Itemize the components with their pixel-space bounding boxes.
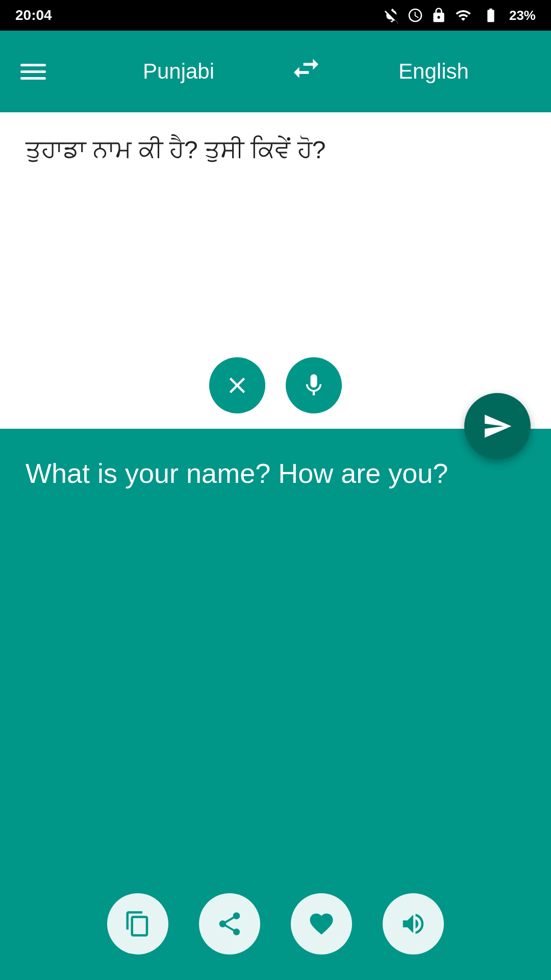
status-time: 20:04: [15, 7, 52, 23]
status-bar: 20:04 23%: [0, 0, 551, 31]
signal-icon: [454, 7, 472, 23]
input-section: ਤੁਹਾਡਾ ਨਾਮ ਕੀ ਹੈ? ਤੁਸੀ ਕਿਵੇਂ ਹੋ?: [0, 112, 551, 429]
swap-languages-button[interactable]: [276, 52, 337, 91]
battery-percent: 23%: [509, 8, 536, 23]
share-button[interactable]: [199, 893, 260, 954]
battery-icon: [480, 7, 502, 23]
copy-button[interactable]: [107, 893, 168, 954]
clear-button[interactable]: [209, 357, 265, 413]
alarm-icon: [407, 7, 423, 23]
toolbar: Punjabi English: [0, 31, 551, 112]
status-icons: 23%: [384, 7, 536, 23]
microphone-button[interactable]: [286, 357, 342, 413]
input-actions: [0, 357, 551, 413]
lock-icon: [431, 7, 447, 23]
output-text: What is your name? How are you?: [26, 454, 525, 493]
input-text[interactable]: ਤੁਹਾਡਾ ਨਾਮ ਕੀ ਹੈ? ਤੁਸੀ ਕਿਵੇਂ ਹੋ?: [26, 133, 525, 167]
translate-button[interactable]: [464, 393, 531, 459]
output-section: What is your name? How are you?: [0, 429, 551, 980]
favorite-button[interactable]: [291, 893, 352, 954]
bell-off-icon: [384, 7, 400, 23]
source-language[interactable]: Punjabi: [82, 59, 276, 84]
target-language[interactable]: English: [337, 59, 531, 84]
bottom-actions: [0, 893, 551, 954]
menu-button[interactable]: [20, 64, 82, 80]
speak-button[interactable]: [383, 893, 444, 954]
